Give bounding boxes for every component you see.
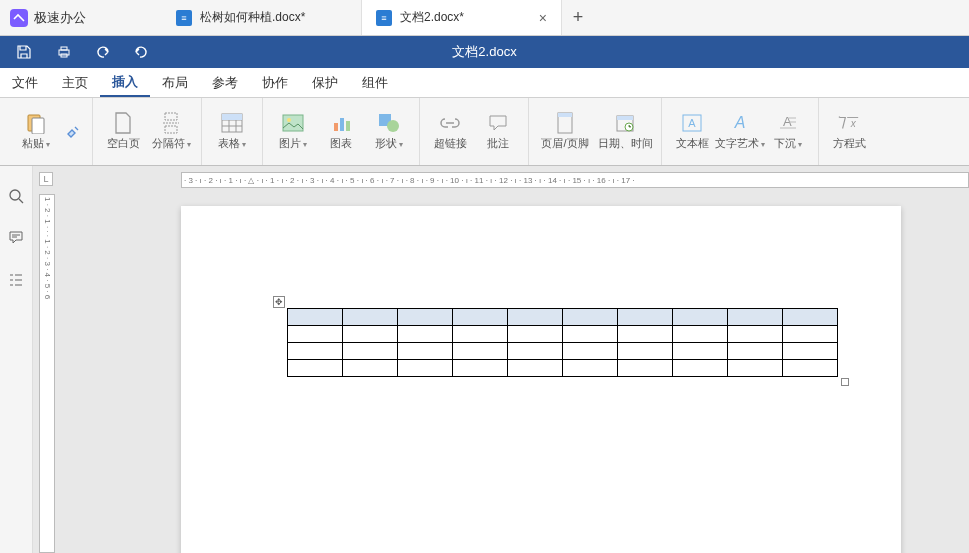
calendar-icon xyxy=(614,112,636,134)
table-move-handle-icon[interactable]: ✥ xyxy=(273,296,285,308)
chart-icon xyxy=(330,112,352,134)
word-art-button[interactable]: A 文字艺术▾ xyxy=(716,102,764,162)
comment-button[interactable]: 批注 xyxy=(474,102,522,162)
menu-file[interactable]: 文件 xyxy=(0,68,50,97)
table-resize-handle-icon[interactable] xyxy=(841,378,849,386)
equation-button[interactable]: x 方程式 xyxy=(825,102,873,162)
quick-access-bar: 文档2.docx xyxy=(0,36,969,68)
word-art-label: 文字艺术▾ xyxy=(715,136,765,151)
menu-collab[interactable]: 协作 xyxy=(250,68,300,97)
hyperlink-label: 超链接 xyxy=(434,136,467,151)
new-tab-button[interactable]: + xyxy=(562,0,594,35)
page-break-label: 分隔符▾ xyxy=(152,136,191,151)
text-box-icon: A xyxy=(681,112,703,134)
app-brand: 极速办公 xyxy=(0,0,162,35)
svg-rect-6 xyxy=(222,114,242,120)
text-box-button[interactable]: A 文本框 xyxy=(668,102,716,162)
outline-panel-button[interactable] xyxy=(4,268,28,292)
print-button[interactable] xyxy=(50,39,78,65)
svg-point-13 xyxy=(387,120,399,132)
undo-button[interactable] xyxy=(90,39,118,65)
tab-label: 文档2.docx* xyxy=(400,9,531,26)
ribbon-group-equation: x 方程式 xyxy=(819,98,879,165)
blank-page-button[interactable]: 空白页 xyxy=(99,102,147,162)
tab-document-1[interactable]: ≡ 松树如何种植.docx* xyxy=(162,0,362,35)
paste-button[interactable]: 粘贴▾ xyxy=(12,102,60,162)
table-row[interactable] xyxy=(288,343,838,360)
hyperlink-icon xyxy=(439,112,461,134)
ribbon-group-clipboard: 粘贴▾ xyxy=(6,98,93,165)
document-table[interactable] xyxy=(287,308,838,377)
picture-button[interactable]: 图片▾ xyxy=(269,102,317,162)
svg-text:A: A xyxy=(734,114,746,131)
redo-button[interactable] xyxy=(126,39,154,65)
menu-insert[interactable]: 插入 xyxy=(100,68,150,97)
svg-rect-1 xyxy=(61,47,67,50)
equation-icon: x xyxy=(838,112,860,134)
date-time-label: 日期、时间 xyxy=(598,136,653,151)
clipboard-icon xyxy=(25,112,47,134)
svg-point-8 xyxy=(287,118,291,122)
left-rail xyxy=(0,166,33,553)
hyperlink-button[interactable]: 超链接 xyxy=(426,102,474,162)
header-footer-button[interactable]: 页眉/页脚 xyxy=(535,102,595,162)
svg-rect-17 xyxy=(617,116,633,120)
ribbon-group-text: A 文本框 A 文字艺术▾ A 下沉▾ xyxy=(662,98,819,165)
close-icon[interactable]: × xyxy=(539,10,547,26)
header-footer-label: 页眉/页脚 xyxy=(541,136,588,151)
menu-home[interactable]: 主页 xyxy=(50,68,100,97)
search-button[interactable] xyxy=(4,184,28,208)
comment-icon xyxy=(487,112,509,134)
equation-label: 方程式 xyxy=(833,136,866,151)
svg-text:A: A xyxy=(688,117,696,129)
titlebar: 极速办公 ≡ 松树如何种植.docx* ≡ 文档2.docx* × + xyxy=(0,0,969,36)
menu-reference[interactable]: 参考 xyxy=(200,68,250,97)
ribbon-group-header: 页眉/页脚 日期、时间 xyxy=(529,98,662,165)
app-name: 极速办公 xyxy=(34,9,86,27)
comments-panel-button[interactable] xyxy=(4,226,28,250)
app-logo-icon xyxy=(10,9,28,27)
table-row[interactable] xyxy=(288,326,838,343)
picture-icon xyxy=(282,112,304,134)
document-icon: ≡ xyxy=(376,10,392,26)
menu-layout[interactable]: 布局 xyxy=(150,68,200,97)
format-painter-button[interactable] xyxy=(60,119,86,145)
tab-label: 松树如何种植.docx* xyxy=(200,9,347,26)
ribbon-group-illustrations: 图片▾ 图表 形状▾ xyxy=(263,98,420,165)
table-row[interactable] xyxy=(288,360,838,377)
table-label: 表格▾ xyxy=(218,136,246,151)
svg-rect-7 xyxy=(283,115,303,131)
workspace: L · 3 · ı · 2 · ı · 1 · ı · △ · ı · 1 · … xyxy=(0,166,969,553)
svg-point-24 xyxy=(10,190,20,200)
table-row[interactable] xyxy=(288,309,838,326)
comment-label: 批注 xyxy=(487,136,509,151)
drop-cap-button[interactable]: A 下沉▾ xyxy=(764,102,812,162)
tab-document-2[interactable]: ≡ 文档2.docx* × xyxy=(362,0,562,35)
word-art-icon: A xyxy=(729,112,751,134)
ribbon-group-links: 超链接 批注 xyxy=(420,98,529,165)
menu-components[interactable]: 组件 xyxy=(350,68,400,97)
table-button[interactable]: 表格▾ xyxy=(208,102,256,162)
document-page[interactable]: ✥ xyxy=(181,206,901,553)
svg-rect-4 xyxy=(32,118,44,134)
chart-button[interactable]: 图表 xyxy=(317,102,365,162)
menubar: 文件 主页 插入 布局 参考 协作 保护 组件 xyxy=(0,68,969,98)
drop-cap-icon: A xyxy=(777,112,799,134)
ribbon-group-table: 表格▾ xyxy=(202,98,263,165)
menu-protect[interactable]: 保护 xyxy=(300,68,350,97)
editing-area[interactable]: L · 3 · ı · 2 · ı · 1 · ı · △ · ı · 1 · … xyxy=(33,166,969,553)
svg-rect-9 xyxy=(334,123,338,131)
shape-icon xyxy=(378,112,400,134)
paste-label: 粘贴▾ xyxy=(22,136,50,151)
date-time-button[interactable]: 日期、时间 xyxy=(595,102,655,162)
document-icon: ≡ xyxy=(176,10,192,26)
page-break-icon xyxy=(160,112,182,134)
svg-rect-11 xyxy=(346,121,350,131)
chart-label: 图表 xyxy=(330,136,352,151)
page-break-button[interactable]: 分隔符▾ xyxy=(147,102,195,162)
ruler-corner: L xyxy=(39,172,53,186)
vertical-ruler[interactable]: 1 · 2 · 1 · · · 1 · 2 · 3 · 4 · 5 · 6 xyxy=(39,194,55,553)
shape-button[interactable]: 形状▾ xyxy=(365,102,413,162)
horizontal-ruler[interactable]: · 3 · ı · 2 · ı · 1 · ı · △ · ı · 1 · ı … xyxy=(181,172,969,188)
save-button[interactable] xyxy=(10,39,38,65)
